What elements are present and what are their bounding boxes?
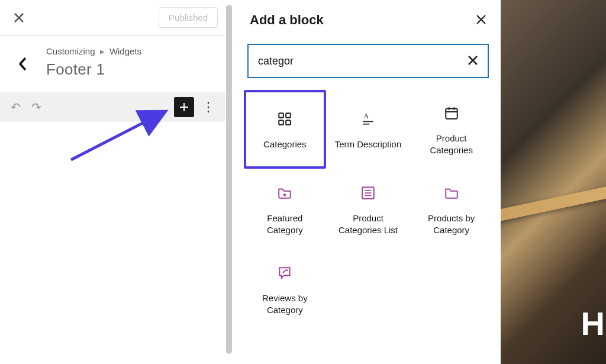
redo-icon[interactable]: ↷ — [31, 100, 41, 114]
svg-rect-1 — [279, 113, 284, 118]
svg-rect-8 — [446, 108, 457, 118]
block-label: Products by Category — [416, 212, 486, 236]
top-bar: Published — [0, 0, 225, 36]
more-options-icon[interactable]: ⋮ — [202, 99, 214, 115]
section-title: Footer 1 — [46, 60, 213, 79]
breadcrumb-current: Widgets — [109, 46, 141, 56]
chevron-right-icon: ▸ — [100, 46, 105, 56]
close-icon[interactable] — [7, 6, 31, 30]
add-block-button[interactable] — [174, 97, 194, 117]
inserter-title: Add a block — [250, 12, 324, 28]
block-inserter-panel: Add a block CategoriesATerm DescriptionP… — [236, 0, 501, 364]
published-button[interactable]: Published — [159, 7, 218, 28]
toolbar-right: ⋮ — [174, 97, 214, 117]
search-input[interactable] — [258, 55, 468, 67]
block-item-reviews-by-category[interactable]: Reviews by Category — [246, 252, 324, 326]
block-label: Featured Category — [250, 212, 320, 236]
block-label: Reviews by Category — [250, 292, 320, 315]
block-item-product-categories-list[interactable]: Product Categories List — [330, 172, 407, 246]
background-overlay-letter: H — [581, 304, 605, 343]
folder-icon — [444, 185, 459, 201]
review-icon — [277, 265, 292, 281]
customizer-panel: Published Customizing ▸ Widgets Footer 1… — [0, 0, 225, 364]
block-label: Term Description — [335, 138, 402, 150]
block-item-term-description[interactable]: ATerm Description — [330, 92, 407, 166]
list-icon — [360, 185, 376, 201]
block-item-featured-category[interactable]: Featured Category — [246, 172, 324, 246]
search-field-wrap — [247, 44, 489, 78]
term-icon: A — [360, 111, 376, 127]
blocks-grid: CategoriesATerm DescriptionProduct Categ… — [236, 92, 501, 326]
undo-icon[interactable]: ↶ — [11, 100, 21, 114]
widget-toolbar: ↶ ↷ ⋮ — [0, 92, 225, 122]
svg-rect-3 — [279, 120, 284, 125]
block-label: Product Categories List — [333, 212, 404, 236]
scrollbar[interactable] — [226, 5, 232, 354]
close-icon[interactable] — [476, 12, 486, 28]
block-item-categories[interactable]: Categories — [244, 90, 326, 169]
background-preview: H — [501, 0, 606, 364]
block-item-products-by-category[interactable]: Products by Category — [412, 172, 490, 246]
back-button[interactable] — [11, 52, 34, 76]
inserter-header: Add a block — [236, 0, 501, 37]
breadcrumb: Customizing ▸ Widgets — [46, 46, 213, 57]
breadcrumb-prefix: Customizing — [46, 46, 95, 56]
block-item-product-categories[interactable]: Product Categories — [412, 92, 490, 166]
svg-text:A: A — [363, 112, 369, 120]
svg-rect-2 — [286, 113, 291, 118]
history-controls: ↶ ↷ — [11, 100, 41, 114]
grid-icon — [277, 111, 292, 127]
block-label: Categories — [263, 138, 307, 150]
folder-star-icon — [277, 185, 292, 201]
clear-search-icon[interactable] — [468, 53, 478, 69]
block-label: Product Categories — [416, 133, 486, 156]
calendar-icon — [444, 105, 459, 121]
svg-rect-4 — [286, 120, 291, 125]
breadcrumb-area: Customizing ▸ Widgets Footer 1 — [0, 36, 225, 92]
